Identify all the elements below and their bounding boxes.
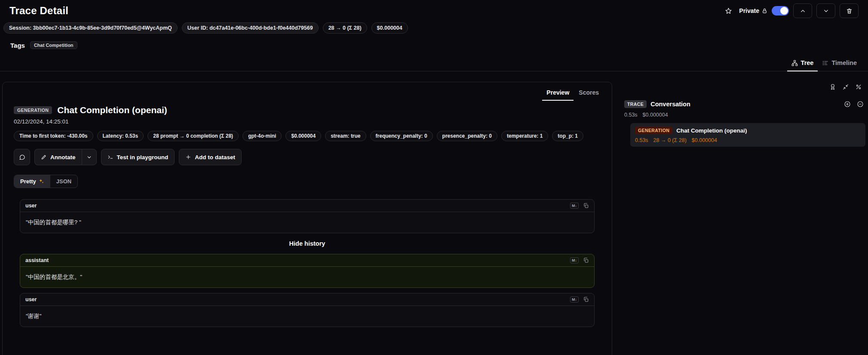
- metrics-percent-button[interactable]: [853, 82, 864, 92]
- tree-toolbar: [624, 82, 865, 92]
- tree-icon: [791, 60, 798, 66]
- pill-model: gpt-4o-mini: [242, 131, 282, 141]
- test-in-playground-button[interactable]: Test in playground: [101, 149, 175, 165]
- top-bar: Trace Detail Private: [0, 0, 868, 22]
- message-header: user M↓: [20, 200, 594, 212]
- copy-icon[interactable]: [583, 203, 589, 209]
- generation-type-badge: GENERATION: [14, 106, 52, 114]
- trace-detail-page: Trace Detail Private: [0, 0, 868, 355]
- observation-timestamp: 02/12/2024, 14:25:01: [14, 118, 601, 125]
- format-toggle: Pretty JSON: [14, 175, 78, 188]
- main-content: Preview Scores GENERATION Chat Completio…: [0, 71, 868, 355]
- chevron-up-icon: [800, 8, 806, 14]
- trace-metrics: 0.53s $0.000004: [624, 112, 865, 118]
- message-role: assistant: [25, 257, 49, 263]
- chevron-down-icon: [86, 154, 92, 160]
- message-tools: M↓: [570, 203, 589, 209]
- generation-tokens: 28 → 0 (Σ 28): [653, 137, 687, 143]
- tab-tree-label: Tree: [801, 59, 814, 66]
- add-to-dataset-button[interactable]: Add to dataset: [179, 149, 242, 165]
- tag-chat-competition[interactable]: Chat Competition: [30, 41, 77, 49]
- generation-latency: 0.53s: [635, 137, 648, 143]
- observation-card: Preview Scores GENERATION Chat Completio…: [2, 82, 612, 355]
- trash-icon: [846, 8, 853, 14]
- trace-node[interactable]: TRACE Conversation: [624, 99, 865, 109]
- message-role: user: [25, 203, 37, 209]
- pill-top-p: top_p: 1: [552, 131, 583, 141]
- markdown-toggle-icon[interactable]: M↓: [570, 296, 579, 303]
- tags-label: Tags: [10, 42, 25, 49]
- comment-icon: [19, 154, 25, 161]
- view-tabs: Tree Timeline: [0, 53, 868, 71]
- next-observation-button[interactable]: [816, 3, 835, 18]
- markdown-toggle-icon[interactable]: M↓: [570, 203, 579, 209]
- tab-timeline[interactable]: Timeline: [818, 56, 861, 71]
- message-content: "谢谢": [20, 306, 594, 327]
- annotate-label: Annotate: [50, 154, 76, 161]
- sparkles-icon: [39, 179, 44, 184]
- message-header: user M↓: [20, 293, 594, 306]
- minus-circle-icon: [857, 101, 864, 108]
- token-usage-badge: 28 → 0 (Σ 28): [323, 22, 367, 34]
- award-icon: [829, 83, 836, 90]
- comment-button[interactable]: [14, 149, 30, 165]
- delete-trace-button[interactable]: [840, 3, 859, 18]
- pill-token-usage: 28 prompt → 0 completion (Σ 28): [147, 131, 239, 141]
- message-header: assistant M↓: [20, 254, 594, 267]
- tab-preview[interactable]: Preview: [542, 86, 574, 101]
- chevron-down-icon: [823, 8, 829, 14]
- page-title: Trace Detail: [9, 5, 68, 17]
- message-content: "中国的首都是哪里? ": [20, 212, 594, 233]
- favorite-button[interactable]: [722, 5, 735, 17]
- observation-detail-pills: Time to first token: -430.00s Latency: 0…: [14, 131, 590, 141]
- test-in-playground-label: Test in playground: [117, 154, 169, 161]
- generation-title: Chat Completion (openai): [676, 127, 747, 134]
- lock-icon: [762, 8, 767, 14]
- message-role: user: [25, 296, 37, 303]
- add-to-dataset-label: Add to dataset: [195, 154, 235, 161]
- trace-latency: 0.53s: [624, 112, 638, 118]
- json-tab[interactable]: JSON: [50, 175, 77, 188]
- trace-badge: TRACE: [624, 100, 647, 108]
- generation-node-selected[interactable]: GENERATION Chat Completion (openai) 0.53…: [630, 123, 865, 147]
- privacy-label: Private: [739, 7, 759, 14]
- copy-icon[interactable]: [583, 296, 589, 303]
- messages-list: user M↓ "中国的首都是哪里? " Hide history: [14, 199, 601, 327]
- message-content: "中国的首都是北京。": [20, 267, 594, 287]
- pill-time-to-first-token: Time to first token: -430.00s: [14, 131, 93, 141]
- star-icon: [725, 7, 732, 15]
- annotate-split-button: Annotate: [34, 149, 97, 165]
- pretty-tab[interactable]: Pretty: [14, 175, 50, 188]
- message-tools: M↓: [570, 257, 589, 263]
- copy-icon[interactable]: [583, 257, 589, 263]
- milestone-toggle-button[interactable]: [828, 82, 838, 92]
- generation-cost: $0.000004: [692, 137, 717, 143]
- observation-body: GENERATION Chat Completion (openai) 02/1…: [3, 101, 612, 336]
- session-badge[interactable]: Session: 3bb00ec7-1b13-4c9b-85ee-3d9d70f…: [3, 22, 178, 34]
- hide-history-button[interactable]: Hide history: [20, 238, 595, 249]
- pill-temperature: temperature: 1: [501, 131, 548, 141]
- annotate-button[interactable]: Annotate: [34, 149, 82, 165]
- collapse-all-button[interactable]: [840, 82, 851, 92]
- tab-scores[interactable]: Scores: [574, 86, 603, 101]
- generation-badge: GENERATION: [635, 127, 672, 134]
- collapse-node-button[interactable]: [855, 99, 865, 109]
- trace-expanders: [842, 99, 865, 109]
- user-id-badge[interactable]: User ID: dc47a41e-06bc-400d-bde1-f0e440d…: [182, 22, 319, 34]
- privacy-toggle[interactable]: [772, 6, 789, 15]
- trace-title: Conversation: [650, 101, 690, 108]
- tags-row: Tags Chat Competition: [0, 36, 868, 53]
- markdown-toggle-icon[interactable]: M↓: [570, 257, 579, 263]
- annotate-dropdown-button[interactable]: [82, 149, 97, 165]
- message-user-1: user M↓ "中国的首都是哪里? ": [20, 199, 595, 233]
- pill-frequency-penalty: frequency_penalty: 0: [370, 131, 433, 141]
- plus-icon: [185, 154, 191, 160]
- cost-badge: $0.000004: [371, 22, 408, 34]
- prev-observation-button[interactable]: [793, 3, 812, 18]
- pill-presence-penalty: presence_penalty: 0: [437, 131, 497, 141]
- pen-icon: [41, 154, 47, 160]
- pill-latency: Latency: 0.53s: [97, 131, 144, 141]
- tab-tree[interactable]: Tree: [787, 56, 818, 71]
- expand-all-button[interactable]: [842, 99, 853, 109]
- generation-metrics: 0.53s 28 → 0 (Σ 28) $0.000004: [635, 137, 861, 143]
